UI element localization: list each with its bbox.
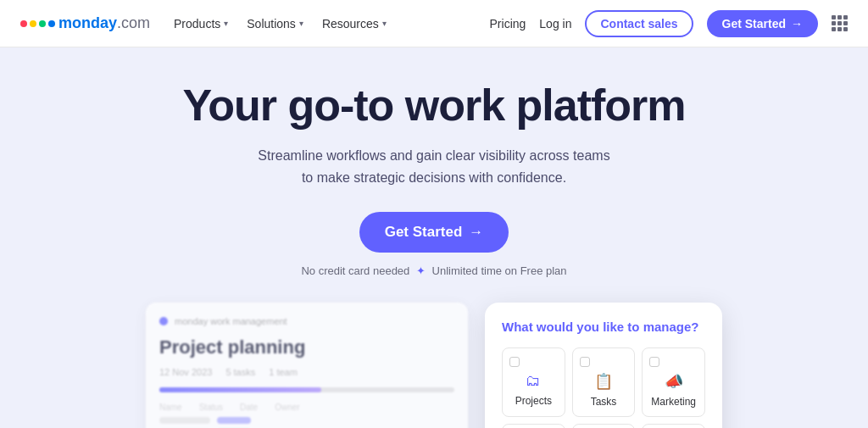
progress-bar (159, 387, 454, 392)
logo-text: monday.com (58, 14, 150, 32)
nav-right: Pricing Log in Contact sales Get Started… (490, 10, 848, 37)
pricing-link[interactable]: Pricing (490, 17, 526, 31)
hero-section: Your go-to work platform Streamline work… (0, 47, 868, 428)
chevron-down-icon: ▾ (224, 19, 228, 28)
meta-date: 12 Nov 2023 (159, 367, 212, 377)
login-link[interactable]: Log in (539, 17, 571, 31)
chevron-down-icon: ▾ (382, 19, 387, 28)
checkbox-marketing[interactable] (649, 357, 659, 367)
progress-bar-fill (159, 387, 321, 392)
manage-item-marketing[interactable]: 📣 Marketing (642, 347, 705, 417)
manage-item-software[interactable]: 💻 Software (642, 424, 705, 428)
logo[interactable]: monday.com (20, 14, 150, 32)
projects-icon: 🗂 (526, 372, 541, 390)
table-header: NameStatusDateOwner (159, 403, 454, 412)
manage-card-title: What would you like to manage? (502, 320, 705, 334)
meta-team: 1 team (269, 367, 298, 377)
project-rows (159, 417, 454, 428)
nav-left: monday.com Products ▾ Solutions ▾ Resour… (20, 14, 387, 32)
manage-grid: 🗂 Projects 📋 Tasks 📣 Marketing 🎨 Design (502, 347, 705, 428)
project-card-app-label: monday work management (175, 316, 287, 326)
manage-item-design[interactable]: 🎨 Design (502, 424, 565, 428)
get-started-nav-button[interactable]: Get Started → (707, 10, 818, 37)
hero-title: Your go-to work platform (17, 81, 851, 130)
hero-bottom: monday work management Project planning … (17, 303, 851, 428)
tasks-icon: 📋 (594, 372, 613, 391)
navbar: monday.com Products ▾ Solutions ▾ Resour… (0, 0, 868, 47)
table-row (159, 417, 454, 424)
nav-products[interactable]: Products ▾ (174, 17, 228, 31)
manage-item-label-projects: Projects (515, 395, 552, 407)
meta-tasks: 5 tasks (225, 367, 255, 377)
project-card-title: Project planning (159, 336, 454, 359)
project-card-header: monday work management (159, 316, 454, 326)
arrow-icon: → (791, 17, 803, 31)
project-preview-card: monday work management Project planning … (146, 303, 468, 428)
manage-item-tasks[interactable]: 📋 Tasks (572, 347, 636, 417)
nav-solutions[interactable]: Solutions ▾ (247, 17, 303, 31)
manage-item-label-tasks: Tasks (591, 396, 617, 408)
bullet-icon: ✦ (416, 264, 426, 277)
manage-item-projects[interactable]: 🗂 Projects (502, 347, 565, 417)
checkbox-tasks[interactable] (580, 357, 590, 367)
manage-item-crm[interactable]: 🤝 CRM (572, 424, 636, 428)
marketing-icon: 📣 (665, 372, 683, 391)
nav-resources[interactable]: Resources ▾ (322, 17, 387, 31)
arrow-icon: → (469, 224, 483, 241)
project-card-meta: 12 Nov 2023 5 tasks 1 team (159, 367, 454, 377)
status-tag-1 (217, 417, 251, 424)
logo-dots-icon (20, 20, 55, 27)
nav-links: Products ▾ Solutions ▾ Resources ▾ (174, 17, 387, 31)
manage-item-label-marketing: Marketing (651, 396, 696, 408)
get-started-hero-button[interactable]: Get Started → (359, 212, 509, 253)
apps-grid-icon[interactable] (832, 15, 848, 31)
checkbox-projects[interactable] (509, 357, 520, 367)
chevron-down-icon: ▾ (299, 19, 303, 28)
hero-subtitle: Streamline workflows and gain clear visi… (17, 145, 851, 188)
manage-card: What would you like to manage? 🗂 Project… (485, 303, 722, 428)
contact-sales-button[interactable]: Contact sales (585, 10, 693, 37)
row-label-1 (159, 417, 210, 424)
hero-note: No credit card needed ✦ Unlimited time o… (17, 264, 851, 277)
brand-dot-icon (159, 317, 168, 325)
